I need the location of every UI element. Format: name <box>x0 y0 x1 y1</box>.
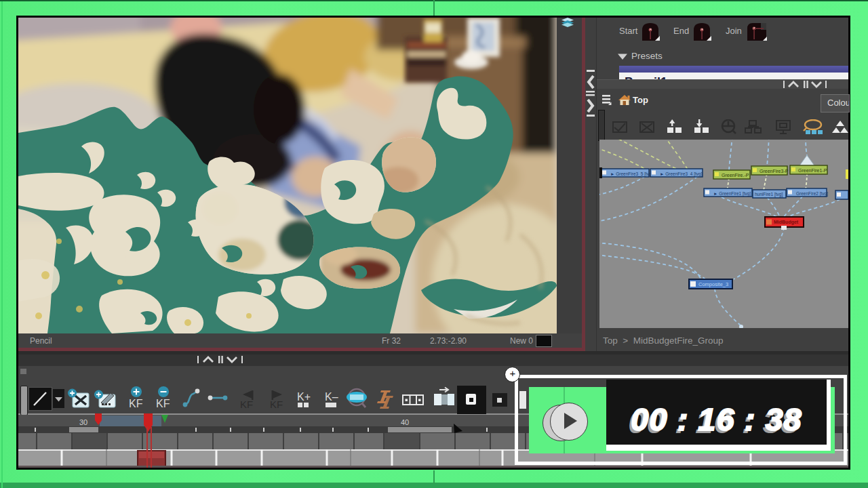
svg-text:huniFire1 [tvg]: huniFire1 [tvg] <box>755 192 783 197</box>
svg-text:► GreenFire3_5 [tvg]: ► GreenFire3_5 [tvg] <box>610 171 653 177</box>
svg-text:K–: K– <box>325 391 338 403</box>
svg-text:K+: K+ <box>297 391 311 403</box>
svg-text:GreenFire1-P: GreenFire1-P <box>798 168 827 173</box>
svg-text:GreenFire2 [tvg]: GreenFire2 [tvg] <box>796 191 828 197</box>
svg-text:► GreenFire1 [tvg]: ► GreenFire1 [tvg] <box>713 191 751 197</box>
svg-text:KF: KF <box>240 399 253 410</box>
svg-text:KF: KF <box>156 398 170 409</box>
svg-text:KF: KF <box>129 398 143 409</box>
svg-text:MidBudget: MidBudget <box>774 220 799 225</box>
svg-text:Composite_3: Composite_3 <box>698 281 728 287</box>
svg-text:KF: KF <box>270 399 283 410</box>
svg-text:GreenFire.-P: GreenFire.-P <box>722 173 749 178</box>
svg-text:GreenFire3-P: GreenFire3-P <box>760 169 789 174</box>
svg-text:► GreenFire3_4 [tvg]: ► GreenFire3_4 [tvg] <box>660 171 703 177</box>
